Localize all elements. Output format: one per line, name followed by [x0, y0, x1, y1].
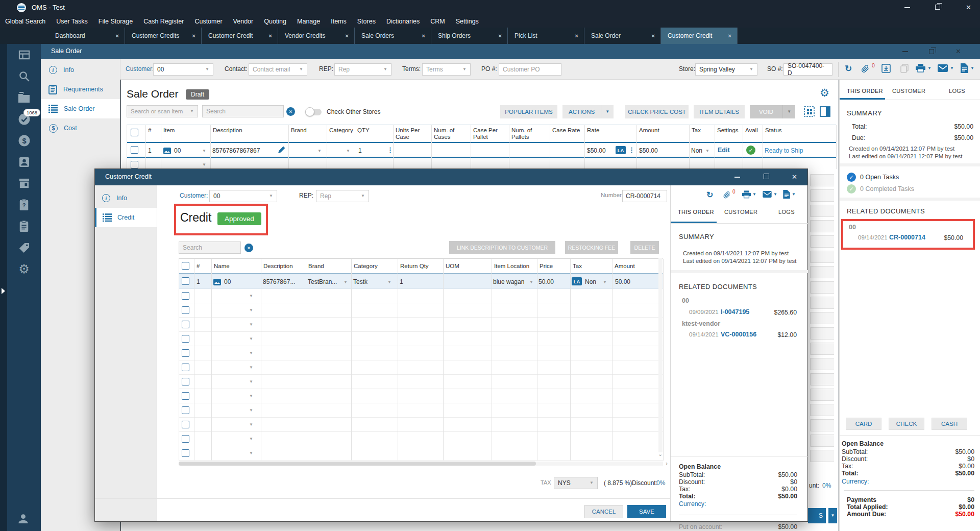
column-header-tax[interactable]: Tax — [692, 127, 713, 134]
tab-pick-list[interactable]: Pick List ✕ — [508, 28, 584, 44]
column-header-name[interactable]: Name — [214, 263, 259, 270]
clear-search-icon[interactable]: ✕ — [286, 107, 295, 116]
nav-item-cost[interactable]: $ Cost — [41, 118, 120, 138]
row-edit-link[interactable]: Edit — [718, 147, 730, 154]
panel-layout-icon[interactable] — [820, 106, 830, 119]
column-header-qty[interactable]: QTY — [357, 127, 391, 134]
chevron-down-icon[interactable]: ▼ — [387, 280, 391, 284]
row-status-link[interactable]: Ready to Ship — [765, 147, 803, 154]
menu-item-manage[interactable]: Manage — [297, 18, 320, 25]
customer-dropdown[interactable]: 00▼ — [153, 63, 213, 76]
contacts-icon[interactable] — [17, 155, 31, 168]
so-number-input[interactable]: SO-0047400-D — [783, 63, 832, 76]
rate-menu-icon[interactable]: ⋮ — [628, 147, 635, 153]
tab-sale-orders[interactable]: Sale Orders ✕ — [355, 28, 431, 44]
chevron-down-icon[interactable]: ▼ — [249, 408, 253, 413]
user-icon[interactable] — [17, 513, 29, 526]
tab-close-icon[interactable]: ✕ — [422, 33, 426, 39]
tab-close-icon[interactable]: ✕ — [728, 33, 732, 39]
nav-item-info[interactable]: i Info — [41, 60, 120, 80]
column-header-item-location[interactable]: Item Location — [494, 263, 535, 270]
sale-order-close-button[interactable]: ✕ — [955, 47, 961, 55]
modal-number-input[interactable]: CR-0000714 — [622, 190, 667, 202]
popular-items-button[interactable]: POPULAR ITEMS — [500, 105, 557, 118]
rep-dropdown[interactable]: Rep▼ — [334, 63, 391, 76]
clipboard-list-icon[interactable] — [17, 220, 31, 233]
store-dropdown[interactable]: Spring Valley▼ — [695, 63, 757, 76]
void-button[interactable]: VOID ▼ — [750, 105, 795, 118]
print-button[interactable]: ▼ — [916, 64, 932, 73]
contact-dropdown[interactable]: Contact email▼ — [249, 63, 307, 76]
related-doc-link[interactable]: CR-0000714 — [889, 234, 925, 241]
row-item-location[interactable]: blue wagan — [493, 278, 524, 285]
tab-close-icon[interactable]: ✕ — [115, 33, 119, 39]
tab-sale-order[interactable]: Sale Order ✕ — [584, 28, 661, 44]
horizontal-scrollbar-thumb[interactable] — [179, 462, 536, 466]
tab-ship-orders[interactable]: Ship Orders ✕ — [431, 28, 508, 44]
chevron-down-icon[interactable]: ▼ — [249, 351, 253, 355]
folder-icon[interactable] — [17, 91, 31, 104]
chevron-down-icon[interactable]: ▼ — [249, 394, 253, 398]
terms-dropdown[interactable]: Terms▼ — [422, 63, 471, 76]
menu-item-vendor[interactable]: Vendor — [233, 18, 254, 25]
partial-action-dropdown[interactable]: ▼ — [828, 508, 837, 523]
partial-action-button[interactable]: S — [808, 508, 826, 523]
column-header-category[interactable]: Category — [329, 127, 353, 134]
row-brand[interactable]: TestBran... — [308, 278, 337, 285]
row-checkbox[interactable] — [182, 306, 189, 314]
sale-order-minimize-button[interactable] — [902, 51, 908, 52]
tab-customer-credits[interactable]: Customer Credits ✕ — [125, 28, 202, 44]
row-checkbox[interactable] — [182, 277, 189, 285]
currency-link[interactable]: Currency: — [842, 478, 869, 485]
modal-rep-dropdown[interactable]: Rep▼ — [316, 190, 369, 202]
column-header-case-rate[interactable]: Case Rate — [552, 127, 583, 134]
copy-icon[interactable] — [900, 64, 909, 75]
column-header-num-of-pallets[interactable]: Num. of Pallets — [511, 127, 548, 140]
check-price-cost-button[interactable]: CHECK PRICE COST — [625, 105, 689, 118]
chevron-down-icon[interactable]: ▼ — [249, 337, 253, 341]
chevron-down-icon[interactable]: ▼ — [202, 149, 206, 153]
attachments-icon[interactable] — [861, 64, 870, 76]
column-header-brand[interactable]: Brand — [308, 263, 350, 270]
select-all-checkbox[interactable] — [182, 262, 189, 270]
restocking-fee-button[interactable]: RESTOCKING FEE — [565, 241, 618, 254]
modal-close-button[interactable]: ✕ — [792, 173, 797, 181]
modal-search-input[interactable] — [179, 242, 241, 254]
related-doc-link[interactable]: I-0047195 — [721, 308, 749, 316]
tab-close-icon[interactable]: ✕ — [575, 33, 579, 39]
row-checkbox[interactable] — [182, 435, 189, 443]
row-checkbox[interactable] — [182, 421, 189, 428]
search-icon[interactable] — [17, 69, 31, 83]
menu-item-quoting[interactable]: Quoting — [264, 18, 286, 25]
search-input[interactable] — [202, 105, 284, 117]
tab-this-order[interactable]: THIS ORDER — [678, 209, 714, 215]
row-checkbox[interactable] — [182, 378, 189, 385]
edit-description-icon[interactable] — [278, 146, 285, 156]
check-button[interactable]: CHECK — [889, 418, 924, 430]
check-other-stores-toggle[interactable] — [306, 109, 322, 115]
menu-item-dictionaries[interactable]: Dictionaries — [386, 18, 420, 25]
row-checkbox[interactable] — [182, 406, 189, 414]
chevron-down-icon[interactable]: ▼ — [249, 380, 253, 384]
tab-vendor-credits[interactable]: Vendor Credits ✕ — [278, 28, 355, 44]
column-header-amount[interactable]: Amount — [615, 263, 662, 270]
scroll-down-icon[interactable]: ⌄ — [658, 451, 663, 457]
grid-select-icon[interactable] — [804, 106, 815, 119]
sale-order-maximize-button[interactable] — [929, 49, 934, 54]
row-checkbox[interactable] — [182, 364, 189, 371]
column-header-description[interactable]: Description — [263, 263, 304, 270]
modal-discount-value[interactable]: 0% — [656, 479, 665, 487]
tab-close-icon[interactable]: ✕ — [345, 33, 349, 39]
chevron-down-icon[interactable]: ▼ — [344, 280, 348, 284]
cancel-button[interactable]: CANCEL — [584, 505, 623, 518]
column-header-tax[interactable]: Tax — [573, 263, 610, 270]
menu-item-file-storage[interactable]: File Storage — [99, 18, 133, 25]
download-icon[interactable] — [881, 64, 891, 75]
row-checkbox[interactable] — [182, 321, 189, 328]
card-button[interactable]: CARD — [846, 418, 881, 430]
chevron-down-icon[interactable]: ▼ — [249, 437, 253, 441]
chevron-down-icon[interactable]: ▼ — [249, 366, 253, 370]
window-minimize-button[interactable] — [904, 7, 910, 8]
chevron-down-icon[interactable]: ▼ — [249, 323, 253, 327]
item-details-button[interactable]: ITEM DETAILS — [694, 105, 745, 118]
